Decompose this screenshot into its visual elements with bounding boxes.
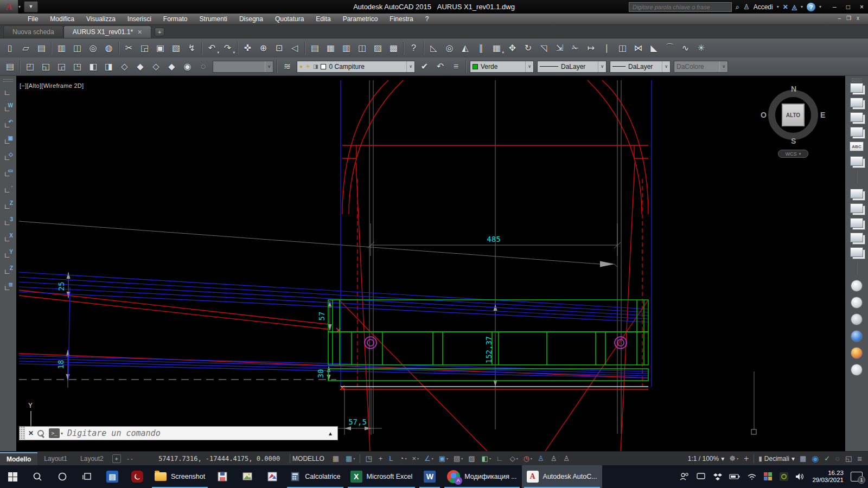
command-close-icon[interactable]: ✕ [25,429,37,437]
hardware-acceleration-icon[interactable]: ◉ [809,452,821,465]
cortana-button[interactable] [50,465,75,488]
viewcube[interactable]: N O E S ALTO WCS▾ [764,86,824,162]
viewports-dialog[interactable] [850,189,863,198]
toolbar-grip[interactable] [852,79,861,81]
app-photo-viewer[interactable] [235,465,260,488]
menu-item[interactable]: Strumenti [194,14,233,24]
single-viewport[interactable] [850,203,863,213]
tab-close-icon[interactable]: ✕ [137,29,142,36]
view-front[interactable]: ◧ [85,59,101,74]
plot[interactable]: ▥ [54,41,69,56]
speaker-icon[interactable] [795,473,805,480]
cut[interactable]: ✂ [121,41,137,56]
visualstyle-realistic[interactable] [851,347,863,359]
help-icon[interactable]: ? [807,3,815,11]
units-dropdown[interactable]: ▮ Decimali▾ [756,455,797,463]
ucs-object[interactable]: ∟ ◇ [1,150,15,164]
extend[interactable]: ↦ [583,41,599,56]
camera[interactable]: ◉ [180,59,195,74]
send-to-back[interactable] [850,98,863,107]
rotate[interactable]: ↻ [520,41,536,56]
lineweight-combo[interactable]: DaLayer∨ [610,61,671,73]
task-view-button[interactable] [75,465,100,488]
text-to-front[interactable]: ABC [850,142,864,151]
ucs-apply[interactable]: ∟ ≣ [1,280,15,294]
copy[interactable]: ◎ [442,41,457,56]
menu-item[interactable]: Inserisci [122,14,157,24]
layer-previous[interactable]: ↶ [432,59,448,74]
bring-to-front[interactable] [850,83,863,93]
autocad-logo-icon[interactable]: A [0,0,18,14]
doc-close-button[interactable]: x [857,15,859,21]
nvidia-icon[interactable] [780,472,788,481]
menu-item[interactable]: ? [419,14,435,24]
ucs-rotate-z[interactable]: ∟ Z [1,264,15,278]
visualstyle-hidden[interactable] [851,313,863,325]
region[interactable] [851,280,863,292]
menu-item[interactable]: Parametrico [337,14,384,24]
wcs-menu[interactable]: WCS▾ [778,150,808,158]
signin-button[interactable]: Accedi [754,3,773,11]
menu-item[interactable]: Visualizza [80,14,122,24]
ucs-previous[interactable]: ∟ ↶ [1,117,15,131]
scale[interactable]: ◹ [536,41,552,56]
qnew[interactable]: ▯ [2,41,18,56]
drawing-canvas[interactable]: [−][Alto][Wireframe 2D] [16,76,845,451]
tab-aurus-x1[interactable]: AURUS X1_rev01.1* ✕ [63,25,152,38]
view-left[interactable]: ◲ [54,59,69,74]
iso-se[interactable]: ◆ [132,59,148,74]
quickcalc-status-icon[interactable]: ▦ [797,452,809,465]
app-calculator[interactable]: Calcolatrice [285,465,345,488]
ucs-view[interactable]: ∟ ▭ [1,166,15,180]
ucs-world[interactable]: ∟ W [1,101,15,115]
doc-minimize-button[interactable]: – [838,15,841,21]
menu-item[interactable]: File [22,14,44,24]
annotation-scale-person[interactable]: ♙ [535,452,548,465]
viewport-from-object[interactable] [850,233,863,242]
dim-152-37[interactable]: 152,37 [484,336,493,364]
layout-tab[interactable]: Modello [0,452,37,465]
zoom-window[interactable]: ⊡ [271,41,287,56]
export-dwf[interactable]: ◍ [101,41,117,56]
visualstyle-manager[interactable] [851,364,863,376]
break[interactable]: ◫ [615,41,630,56]
window-maximize-button[interactable]: □ [846,3,850,11]
dim-30[interactable]: 30 [316,369,325,378]
layout-tab[interactable]: Layout1 [37,453,74,465]
tab-nuova-scheda[interactable]: Nuova scheda [3,25,63,38]
erase[interactable]: ◺ [426,41,442,56]
window-close-button[interactable]: × [860,3,864,11]
battery-icon[interactable] [729,473,740,480]
search-input[interactable] [629,2,732,12]
layer-states[interactable]: ≡ [448,59,464,74]
color-manager-icon[interactable] [764,472,773,481]
dynamic-ucs[interactable]: ∟ [494,452,507,465]
snap-mode[interactable]: ▦ ▾ [343,452,358,465]
viewcube-top-face[interactable]: ALTO [782,104,805,126]
cad-drawing[interactable]: 485 152,37 57 30 25 18 57,5 Y [16,76,845,451]
properties-palette[interactable]: ▤ [307,41,323,56]
color-combo[interactable]: Verde∨ [470,61,534,73]
autodesk-exchange-icon[interactable]: ✕ [783,3,788,11]
command-grip[interactable] [20,427,25,440]
save[interactable]: ▤ [34,41,49,56]
iso-ne[interactable]: ◇ [148,59,164,74]
app-screenshot-folder[interactable]: Screenshot [150,465,210,488]
app-power[interactable]: ⏾ [125,465,150,488]
toolbar-grip[interactable] [3,79,13,82]
menu-item[interactable]: Formato [157,14,194,24]
plot-preview[interactable]: ◫ [69,41,85,56]
redo[interactable]: ↷ ▾ [220,41,235,56]
make-object-layer-current[interactable]: ✔ [417,59,432,74]
polygonal-viewport[interactable] [850,218,863,228]
app-save-tool[interactable] [210,465,235,488]
view-right[interactable]: ◳ [69,59,85,74]
join[interactable]: ⋈ [630,41,646,56]
wifi-icon[interactable] [747,473,757,480]
layout-tab[interactable]: Layout2 [74,453,110,465]
ucs-rotate-y[interactable]: ∟ Y [1,247,15,261]
view-bottom[interactable]: ◱ [38,59,54,74]
command-customize-wrench-icon[interactable] [37,429,44,437]
search-binoculars-icon[interactable]: ⌕ [736,3,739,11]
grip-handle[interactable] [751,429,756,434]
